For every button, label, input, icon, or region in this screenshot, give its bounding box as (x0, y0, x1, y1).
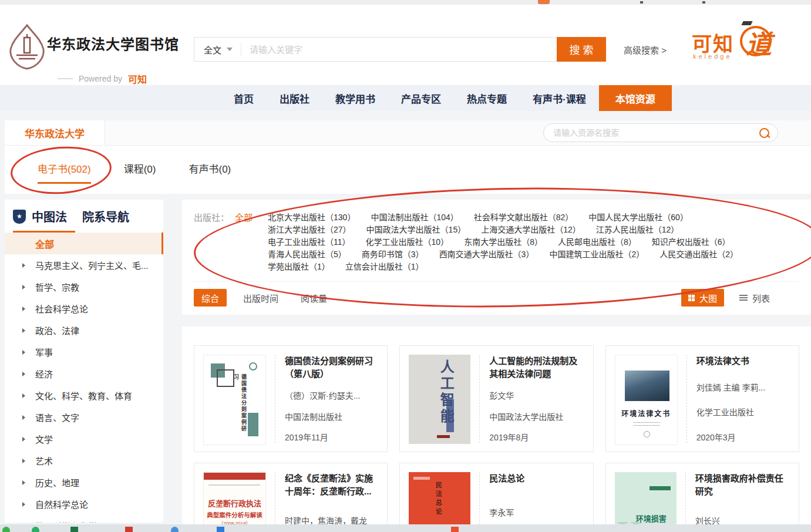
book-card[interactable]: 人工智能人工智能的刑法规制及其相关法律问题彭文华中国政法大学出版社2019年8月 (399, 345, 593, 452)
resource-tab-0[interactable]: 电子书(502) (38, 161, 91, 184)
chevron-right-icon (22, 480, 25, 485)
taskbar-icon-5[interactable] (217, 527, 224, 532)
book-info: 人工智能的刑法规制及其相关法律问题彭文华中国政法大学出版社2019年8月 (479, 355, 584, 443)
publisher-filter[interactable]: 学苑出版社（1） (268, 261, 330, 273)
book-card[interactable]: 反垄断行政执法典型案件分析与解读（2008-2018）纪念《反垄断法》实施十周年… (194, 463, 388, 532)
book-info: 环境损害政府补偿责任研究刘长兴 (685, 472, 790, 532)
taskbar-icon-0[interactable] (2, 527, 10, 532)
chevron-right-icon (22, 415, 25, 420)
publisher-filter[interactable]: 商务印书馆（3） (362, 248, 424, 261)
book-card[interactable]: H环境损害政府补偿责任研究环境损害政府补偿责任研究刘长兴 (605, 463, 799, 532)
site-header: 华东政法大学图书馆 Powered by 可知 全文 搜 索 高级搜索 > 可知… (0, 5, 811, 85)
nav-item-3[interactable]: 产品专区 (388, 85, 454, 111)
sidebar-item[interactable]: 自然科学总论 (5, 493, 163, 515)
book-publisher: 中国政法大学出版社 (489, 410, 584, 422)
view-list-button[interactable]: 列表 (739, 292, 770, 304)
publisher-filter[interactable]: 西南交通大学出版社（3） (439, 248, 534, 261)
book-card[interactable]: 民法总论民法总论李永军 (399, 463, 593, 532)
publisher-filter[interactable]: 中国建筑工业出版社（2） (549, 248, 644, 261)
sidebar-item-label: 社会科学总论 (35, 302, 88, 315)
sidebar-item[interactable]: 马克思主义、列宁主义、毛... (5, 254, 163, 276)
books-grid: 德国债法分则案例研习德国债法分则案例研习（第八版）（德）汉斯·约瑟夫...中国法… (194, 345, 799, 532)
book-author: 李永军 (489, 506, 584, 518)
powered-by-label: Powered by (79, 74, 122, 83)
book-card[interactable]: 环境法律文书环境法律文书刘佳嫣 主编 李莉...化学工业出版社2020年3月 (605, 345, 799, 452)
search-scope-select[interactable]: 全文 (194, 43, 241, 56)
org-tab[interactable]: 华东政法大学 (5, 120, 105, 145)
view-grid-button[interactable]: 大图 (681, 289, 724, 307)
taskbar-icon-2[interactable] (70, 527, 78, 532)
search-icon[interactable] (759, 128, 769, 138)
book-info: 纪念《反垄断法》实施十周年：反垄断行政...时建中，焦海涛，戴龙 (275, 472, 378, 532)
browser-dot (640, 1, 643, 4)
sidebar-item[interactable]: 艺术 (5, 450, 163, 472)
nav-item-1[interactable]: 出版社 (267, 85, 322, 111)
publisher-filter[interactable]: 东南大学出版社（8） (464, 236, 543, 248)
publisher-filter[interactable]: 浙江大学出版社（27） (268, 224, 351, 236)
publisher-filter[interactable]: 上海交通大学出版社（12） (481, 224, 581, 236)
taskbar-icon-3[interactable] (125, 527, 133, 532)
sidebar-item[interactable]: 经济 (5, 363, 163, 385)
publisher-filter[interactable]: 人民邮电出版社（8） (558, 236, 637, 248)
chevron-right-icon (22, 393, 25, 398)
sidebar-item-label: 政治、法律 (35, 324, 79, 336)
library-title: 华东政法大学图书馆 (47, 33, 179, 53)
publisher-filter[interactable]: 中国人民大学出版社（60） (588, 211, 688, 224)
publisher-filter[interactable]: 江苏人民出版社（12） (596, 224, 679, 236)
publisher-filter[interactable]: 中国政法大学出版社（15） (366, 224, 466, 236)
publisher-filter[interactable]: 人民交通出版社（2） (659, 248, 738, 261)
sort-option-2[interactable]: 阅读量 (301, 292, 327, 304)
publisher-filter[interactable]: 中国法制出版社（104） (371, 211, 458, 224)
search-button[interactable]: 搜 索 (557, 37, 606, 62)
publisher-filter[interactable]: 社会科学文献出版社（82） (474, 211, 574, 224)
sidebar-item[interactable]: 政治、法律 (5, 319, 163, 341)
resource-tab-2[interactable]: 有声书(0) (189, 161, 231, 182)
publisher-filter[interactable]: 立信会计出版社（1） (345, 261, 424, 273)
sidebar-item[interactable]: 文学 (5, 428, 163, 450)
publisher-filter-label: 出版社： (194, 211, 229, 224)
book-title: 民法总论 (489, 472, 584, 485)
sidebar-item[interactable]: 语言、文字 (5, 406, 163, 428)
nav-item-2[interactable]: 教学用书 (322, 85, 388, 111)
sidebar-item[interactable]: 历史、地理 (5, 472, 163, 493)
sidebar-item-label: 自然科学总论 (35, 498, 88, 510)
publisher-filter[interactable]: 青海人民出版社（5） (268, 248, 346, 261)
dash-decoration (58, 78, 73, 79)
publisher-filter-row: 出版社： 全部 北京大学出版社（130）中国法制出版社（104）社会科学文献出版… (194, 211, 799, 273)
sidebar-item[interactable]: 数理科学和化学 (5, 515, 163, 523)
taskbar-icon-6[interactable] (451, 527, 459, 532)
nav-item-0[interactable]: 首页 (221, 85, 267, 111)
sort-option-0[interactable]: 综合 (194, 289, 227, 307)
sidebar-item-label: 文化、科学、教育、体育 (35, 389, 132, 402)
nav-item-4[interactable]: 热点专题 (454, 85, 520, 111)
sidebar-item[interactable]: 社会科学总论 (5, 298, 163, 319)
sidebar-tab-clc[interactable]: 中图法 (32, 208, 67, 225)
publisher-filter[interactable]: 电子工业出版社（11） (268, 236, 351, 248)
sidebar-item[interactable]: 文化、科学、教育、体育 (5, 385, 163, 406)
chevron-right-icon (22, 285, 25, 289)
org-strip: 华东政法大学 (5, 120, 811, 146)
cover-decoration (249, 362, 257, 371)
cover-text: 反垄断行政执法 (204, 497, 265, 509)
publisher-filter[interactable]: 北京大学出版社（130） (268, 211, 355, 224)
resource-search-input[interactable] (552, 127, 759, 138)
cover-decoration (217, 369, 234, 387)
sort-option-1[interactable]: 出版时间 (243, 292, 278, 304)
sidebar-tab-departments[interactable]: 院系导航 (82, 208, 129, 225)
publisher-filter[interactable]: 化学工业出版社（10） (366, 236, 449, 248)
publisher-row: 北京大学出版社（130）中国法制出版社（104）社会科学文献出版社（82）中国人… (268, 211, 799, 224)
nav-item-6[interactable]: 本馆资源 (599, 85, 672, 111)
nav-item-5[interactable]: 有声书·课程 (520, 85, 599, 111)
sidebar-item[interactable]: 全部 (5, 233, 163, 254)
advanced-search-link[interactable]: 高级搜索 > (624, 43, 667, 56)
sidebar-item[interactable]: 军事 (5, 341, 163, 363)
publisher-filter-all[interactable]: 全部 (235, 211, 253, 224)
taskbar-icon-1[interactable] (32, 527, 39, 532)
taskbar-icon-4[interactable] (171, 527, 179, 532)
resource-tab-1[interactable]: 课程(0) (124, 161, 156, 182)
sidebar-item[interactable]: 哲学、宗教 (5, 276, 163, 298)
browser-tab-stub (538, 0, 550, 4)
book-card[interactable]: 德国债法分则案例研习德国债法分则案例研习（第八版）（德）汉斯·约瑟夫...中国法… (194, 345, 388, 452)
search-input[interactable] (241, 45, 557, 55)
publisher-filter[interactable]: 知识产权出版社（6） (652, 236, 731, 248)
